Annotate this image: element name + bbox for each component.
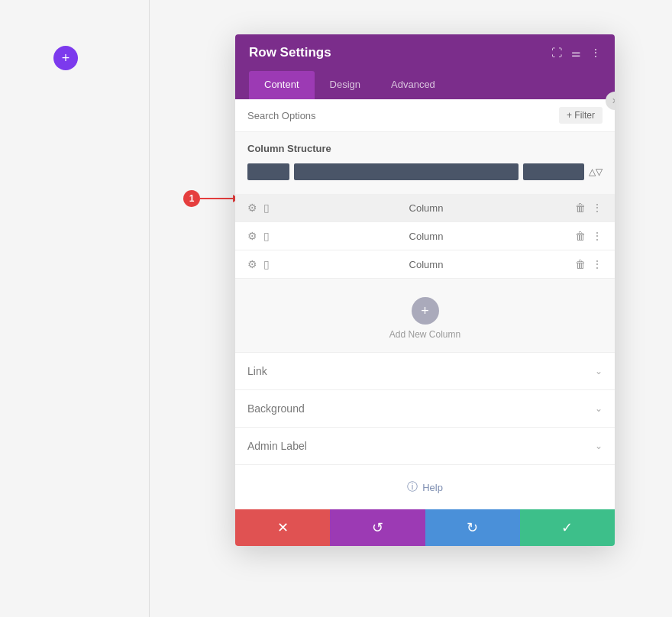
add-column-area: + Add New Column	[235, 285, 615, 352]
save-button[interactable]: ✓	[520, 509, 615, 546]
divider-line	[149, 0, 150, 617]
col-arrows-icon[interactable]: △▽	[589, 166, 603, 177]
delete-icon-2[interactable]: 🗑	[575, 230, 586, 242]
column-label-1: Column	[277, 202, 575, 214]
admin-label: Admin Label	[247, 440, 307, 452]
link-section[interactable]: Link ⌄	[235, 352, 615, 389]
modal-header: Row Settings ⛶ ⚌ ⋮	[235, 34, 615, 71]
cancel-button[interactable]: ✕	[235, 509, 330, 546]
background-chevron: ⌄	[595, 403, 603, 414]
more-icon[interactable]: ⋮	[590, 47, 601, 59]
delete-icon-1[interactable]: 🗑	[575, 202, 586, 214]
more-icon-2[interactable]: ⋮	[592, 230, 603, 242]
column-label-3: Column	[277, 259, 575, 270]
link-label: Link	[247, 365, 267, 377]
more-icon-3[interactable]: ⋮	[592, 258, 603, 270]
copy-icon-2[interactable]: ▯	[263, 230, 270, 242]
row-settings-modal: Row Settings ⛶ ⚌ ⋮ Content Design Advanc…	[235, 34, 615, 546]
col-row-1-left-icons: ⚙ ▯	[247, 202, 270, 214]
tab-bar: Content Design Advanced	[235, 71, 615, 99]
settings-icon-1[interactable]: ⚙	[247, 202, 257, 214]
help-label[interactable]: Help	[422, 482, 443, 493]
expand-icon[interactable]: ⛶	[551, 47, 562, 59]
more-icon-1[interactable]: ⋮	[592, 202, 603, 214]
column-row: ⚙ ▯ Column 🗑 ⋮	[235, 194, 615, 222]
tab-advanced[interactable]: Advanced	[376, 71, 451, 99]
filter-button[interactable]: + Filter	[559, 107, 603, 124]
background-label: Background	[247, 402, 305, 415]
column-row: ⚙ ▯ Column 🗑 ⋮	[235, 222, 615, 250]
modal-title: Row Settings	[249, 45, 331, 60]
settings-icon-2[interactable]: ⚙	[247, 230, 257, 242]
col-row-2-right-icons: 🗑 ⋮	[575, 230, 603, 242]
modal-header-icons: ⛶ ⚌ ⋮	[551, 47, 601, 59]
tab-content[interactable]: Content	[249, 71, 315, 99]
column-structure-section: Column Structure △▽	[235, 132, 615, 194]
settings-icon-3[interactable]: ⚙	[247, 258, 257, 270]
col-row-3-left-icons: ⚙ ▯	[247, 258, 270, 270]
add-column-button[interactable]: +	[412, 297, 439, 325]
column-rows: ⚙ ▯ Column 🗑 ⋮ ⚙ ▯ Column 🗑 ⋮	[235, 194, 615, 279]
annotation-badge: 1	[183, 190, 200, 207]
help-icon: ⓘ	[407, 480, 418, 494]
search-bar: + Filter	[235, 99, 615, 132]
col-row-1-right-icons: 🗑 ⋮	[575, 202, 603, 214]
copy-icon-3[interactable]: ▯	[263, 258, 270, 270]
column-label-2: Column	[277, 231, 575, 242]
admin-label-chevron: ⌄	[595, 441, 603, 451]
col-preview-2	[294, 163, 519, 180]
background-section[interactable]: Background ⌄	[235, 389, 615, 427]
columns-icon[interactable]: ⚌	[571, 47, 581, 59]
column-structure-preview: △▽	[247, 163, 603, 180]
add-column-label: Add New Column	[389, 329, 460, 340]
search-input[interactable]	[247, 110, 559, 121]
tab-design[interactable]: Design	[315, 71, 376, 99]
column-structure-title: Column Structure	[247, 143, 603, 154]
col-preview-1	[247, 163, 289, 180]
footer-bar: ✕ ↺ ↻ ✓	[235, 509, 615, 546]
delete-icon-3[interactable]: 🗑	[575, 258, 586, 270]
redo-button[interactable]: ↻	[425, 509, 520, 546]
modal-body: + Filter Column Structure △▽ ⚙ ▯ Column	[235, 99, 615, 509]
add-row-button[interactable]: +	[53, 46, 78, 70]
copy-icon-1[interactable]: ▯	[263, 202, 270, 214]
admin-label-section[interactable]: Admin Label ⌄	[235, 427, 615, 464]
link-chevron: ⌄	[595, 366, 603, 376]
reset-button[interactable]: ↺	[330, 509, 425, 546]
help-area: ⓘ Help	[235, 464, 615, 509]
annotation-arrow: 1	[183, 190, 238, 207]
col-row-3-right-icons: 🗑 ⋮	[575, 258, 603, 270]
col-preview-3	[523, 163, 584, 180]
col-row-2-left-icons: ⚙ ▯	[247, 230, 270, 242]
column-row: ⚙ ▯ Column 🗑 ⋮	[235, 250, 615, 279]
